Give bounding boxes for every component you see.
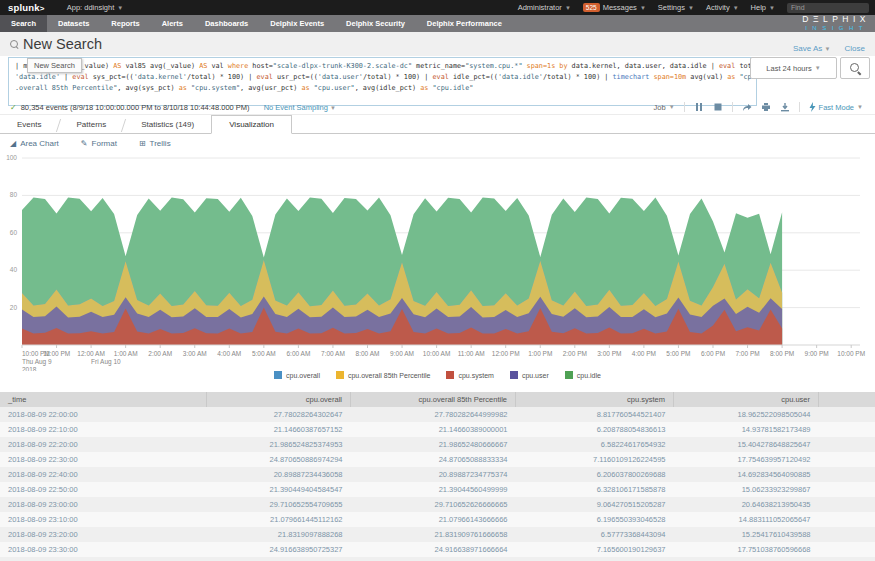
table-cell[interactable]: 6.328106171585878	[516, 482, 674, 497]
column-header-cpu-user[interactable]: cpu.user	[674, 392, 819, 407]
nav-item-alerts[interactable]: Alerts	[151, 15, 194, 32]
administrator-menu[interactable]: Administrator▼	[518, 3, 571, 12]
share-button[interactable]	[742, 102, 752, 112]
table-cell[interactable]: 27.78028264302647	[207, 407, 351, 422]
table-cell[interactable]: 2018-08-09 22:00:00	[0, 407, 207, 422]
nav-item-search[interactable]: Search	[0, 15, 47, 32]
table-cell[interactable]: 21.831909761666658	[351, 527, 516, 542]
tab-events[interactable]: Events	[0, 116, 58, 133]
chart-plot[interactable]: 10:00 PM11:00 PM12:00 AM1:00 AM2:00 AM3:…	[0, 155, 875, 371]
table-cell[interactable]: 14.93781582173489	[674, 422, 819, 437]
search-mode-menu[interactable]: Fast Mode▼	[809, 102, 863, 112]
table-cell[interactable]: 15.404278648825647	[674, 437, 819, 452]
legend-item-cpu-idle[interactable]: cpu.idle	[565, 371, 601, 379]
table-cell[interactable]: 15.25417610439588	[674, 527, 819, 542]
nav-item-dashboards[interactable]: Dashboards	[194, 15, 259, 32]
table-cell[interactable]: 2018-08-09 23:20:00	[0, 527, 207, 542]
table-cell[interactable]: 14.692834564090885	[674, 467, 819, 482]
column-header-cpu-overall[interactable]: cpu.overall	[207, 392, 351, 407]
table-cell[interactable]: 24.870650886974294	[207, 452, 351, 467]
table-cell[interactable]: 8.817760544521407	[516, 407, 674, 422]
nav-item-delphix-security[interactable]: Delphix Security	[335, 15, 416, 32]
chart-type-button[interactable]: ◢Area Chart	[10, 139, 59, 148]
table-cell[interactable]: 79.10112763563946	[819, 467, 875, 482]
table-cell[interactable]: 78.6095545954155	[819, 482, 875, 497]
table-cell[interactable]: 2018-08-09 23:30:00	[0, 542, 207, 557]
legend-item-cpu-overall[interactable]: cpu.overall	[274, 371, 320, 379]
table-cell[interactable]: 20.64638213950435	[674, 497, 819, 512]
close-button[interactable]: Close	[845, 44, 865, 53]
table-cell[interactable]: 9.064270515205287	[516, 497, 674, 512]
tab-statistics-149-[interactable]: Statistics (149)	[124, 116, 211, 133]
tab-visualization[interactable]: Visualization	[211, 115, 292, 134]
find-input[interactable]: Find	[787, 3, 869, 13]
nav-item-delphix-performance[interactable]: Delphix Performance	[416, 15, 513, 32]
table-cell[interactable]: 21.14660389000001	[351, 422, 516, 437]
table-cell[interactable]: 21.98652480666667	[351, 437, 516, 452]
table-cell[interactable]: 78.01347517462507	[819, 437, 875, 452]
column-header-cpu-idle[interactable]: cpu.idle	[819, 392, 875, 407]
table-cell[interactable]: 20.79073438470528	[207, 557, 351, 561]
column-header-cpu-overall-85th-Percentile[interactable]: cpu.overall 85th Percentile	[351, 392, 516, 407]
messages-menu[interactable]: 525Messages▼	[583, 3, 646, 12]
table-cell[interactable]: 6.196550393046528	[516, 512, 674, 527]
table-cell[interactable]: 6.58224617654932	[516, 437, 674, 452]
table-cell[interactable]: 29.710652626666665	[351, 497, 516, 512]
format-button[interactable]: ✎Format	[81, 139, 117, 148]
table-cell[interactable]: 27.780282644999982	[351, 407, 516, 422]
table-cell[interactable]: 75.12934913025704	[819, 452, 875, 467]
table-cell[interactable]: 7.1160109126224595	[516, 452, 674, 467]
table-cell[interactable]: 78.85339612342847	[819, 422, 875, 437]
event-sampling-menu[interactable]: No Event Sampling ▼	[264, 103, 336, 112]
legend-item-cpu-overall-85th-Percentile[interactable]: cpu.overall 85th Percentile	[336, 371, 431, 379]
run-search-button[interactable]	[840, 57, 870, 79]
table-cell[interactable]: 2018-08-09 23:10:00	[0, 512, 207, 527]
legend-item-cpu-system[interactable]: cpu.system	[446, 371, 493, 379]
tab-patterns[interactable]: Patterns	[59, 116, 123, 133]
table-cell[interactable]: 6.57773368443094	[516, 527, 674, 542]
table-cell[interactable]: 24.916638971666664	[351, 542, 516, 557]
legend-item-cpu-user[interactable]: cpu.user	[510, 371, 549, 379]
table-cell[interactable]: 21.079661445112162	[207, 512, 351, 527]
table-cell[interactable]: 21.39044560499999	[351, 482, 516, 497]
job-menu[interactable]: Job▼	[654, 103, 675, 112]
area-chart[interactable]: 10:00 PM11:00 PM12:00 AM1:00 AM2:00 AM3:…	[0, 155, 875, 371]
table-cell[interactable]: 14.779641701908153	[674, 557, 819, 561]
table-cell[interactable]: 21.8319097888268	[207, 527, 351, 542]
column-header--time[interactable]: _time	[0, 392, 207, 407]
print-button[interactable]	[761, 102, 771, 112]
export-button[interactable]	[780, 102, 790, 112]
table-cell[interactable]: 2018-08-09 22:50:00	[0, 482, 207, 497]
table-cell[interactable]: 7.165600190129637	[516, 542, 674, 557]
nav-item-reports[interactable]: Reports	[100, 15, 150, 32]
table-cell[interactable]: 20.89887234436058	[207, 467, 351, 482]
table-cell[interactable]: 15.06233923299867	[674, 482, 819, 497]
table-cell[interactable]: 78.16809021117325	[819, 527, 875, 542]
table-cell[interactable]: 6.208788054836613	[516, 422, 674, 437]
stop-button[interactable]	[713, 102, 723, 112]
table-cell[interactable]: 18.962522098505044	[674, 407, 819, 422]
save-as-button[interactable]: Save As ▼	[793, 44, 831, 53]
table-cell[interactable]: 70.28934734529044	[819, 497, 875, 512]
table-cell[interactable]: 2018-08-09 23:40:00	[0, 557, 207, 561]
splunk-logo[interactable]: splunk>	[8, 2, 45, 13]
table-cell[interactable]: 2018-08-09 22:20:00	[0, 437, 207, 452]
table-cell[interactable]: 17.754639957120492	[674, 452, 819, 467]
table-cell[interactable]: 6.011092682797159	[516, 557, 674, 561]
table-cell[interactable]: 2018-08-09 22:10:00	[0, 422, 207, 437]
pause-button[interactable]	[694, 102, 704, 112]
table-cell[interactable]: 20.790734361666654	[351, 557, 516, 561]
table-cell[interactable]: 72.21971735697353	[819, 407, 875, 422]
activity-menu[interactable]: Activity▼	[706, 3, 739, 12]
nav-item-delphix-events[interactable]: Delphix Events	[259, 15, 335, 32]
table-cell[interactable]: 29.710652554709655	[207, 497, 351, 512]
column-header-cpu-system[interactable]: cpu.system	[516, 392, 674, 407]
table-cell[interactable]: 2018-08-09 23:00:00	[0, 497, 207, 512]
table-cell[interactable]: 24.916638950725327	[207, 542, 351, 557]
table-cell[interactable]: 20.89887234775374	[351, 467, 516, 482]
table-cell[interactable]: 75.08336104927362	[819, 542, 875, 557]
table-cell[interactable]: 21.07966143666666	[351, 512, 516, 527]
settings-menu[interactable]: Settings▼	[658, 3, 694, 12]
table-cell[interactable]: 79.20926561529467	[819, 557, 875, 561]
table-cell[interactable]: 21.14660387657152	[207, 422, 351, 437]
